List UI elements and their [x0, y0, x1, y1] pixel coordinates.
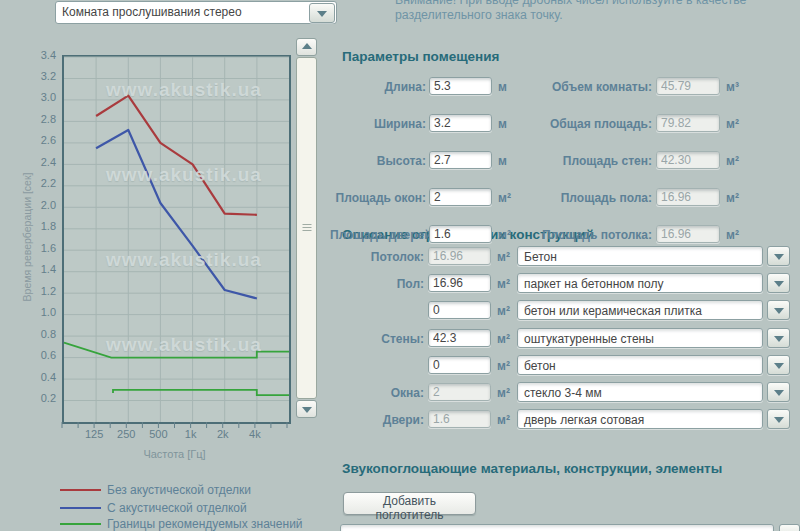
ceiling-area-input	[428, 247, 491, 265]
width-label: Ширина:	[330, 115, 426, 133]
width-unit: м	[498, 115, 507, 133]
floor-2-area-input[interactable]	[428, 301, 491, 319]
windows-area-unit: м²	[497, 384, 510, 402]
legend-label-with-treatment: С акустической отделкой	[107, 501, 247, 515]
ceiling-area-unit: м²	[497, 248, 510, 266]
doors-area-input	[428, 410, 491, 428]
chevron-down-icon	[774, 417, 784, 423]
x-axis-title: Частота [Гц]	[62, 448, 287, 460]
walls-area-input	[656, 151, 720, 169]
height-input[interactable]	[429, 151, 492, 169]
add-absorber-button[interactable]: Добавить поглотитель	[343, 492, 476, 515]
length-label: Длина:	[330, 78, 426, 96]
windows-area-input	[428, 383, 491, 401]
chevron-down-icon	[774, 281, 784, 287]
windows-area-unit: м²	[498, 189, 511, 207]
doors-area-unit: м²	[497, 411, 510, 429]
y-tick-label: 0.8	[28, 328, 56, 340]
floor-area-input[interactable]	[428, 274, 491, 292]
absorber-select[interactable]	[340, 524, 774, 531]
walls-area-input[interactable]	[428, 329, 491, 347]
arrow-down-icon	[302, 407, 312, 413]
length-unit: м	[498, 78, 507, 96]
walls-2-area-input[interactable]	[428, 356, 491, 374]
ceiling-label: Потолок:	[330, 248, 424, 266]
ceiling-area-unit: м²	[726, 226, 739, 244]
windows-material-dropdown-button[interactable]	[767, 382, 790, 402]
floor-2-material-dropdown-button[interactable]	[767, 300, 790, 320]
y-tick-label: 0.4	[28, 371, 56, 383]
ceiling-area-input	[656, 225, 720, 243]
walls-2-material-select[interactable]: бетон	[517, 355, 763, 375]
windows-area-label: Площадь окон:	[330, 189, 426, 207]
length-input[interactable]	[429, 77, 492, 95]
room-preset-select[interactable]: Комната прослушивания стерео	[55, 1, 337, 24]
chart-scroll-up-button[interactable]	[296, 38, 317, 56]
note-line-1: Внимание! При вводе дробных чисел исполь…	[395, 0, 777, 8]
floor-label: Пол:	[330, 275, 424, 293]
doors-label: Двери:	[330, 411, 424, 429]
floor-material-select[interactable]: паркет на бетонном полу	[517, 273, 763, 293]
y-tick-label: 2.4	[28, 156, 56, 168]
floor-material-dropdown-button[interactable]	[767, 273, 790, 293]
absorber-dropdown-button[interactable]	[779, 524, 800, 531]
y-tick-label: 1.6	[28, 242, 56, 254]
arrow-up-icon	[302, 43, 312, 49]
chevron-down-icon	[317, 11, 327, 17]
y-tick-label: 2.6	[28, 134, 56, 146]
chart-scroll-down-button[interactable]	[296, 400, 317, 418]
y-tick-label: 2.0	[28, 199, 56, 211]
walls-material-dropdown-button[interactable]	[767, 328, 790, 348]
chevron-down-icon	[774, 390, 784, 396]
chart-scrollbar-thumb[interactable]	[296, 57, 317, 399]
ceiling-area-label: Площадь потолка:	[535, 226, 652, 244]
height-label: Высота:	[330, 152, 426, 170]
width-input[interactable]	[429, 114, 492, 132]
walls-area-unit: м²	[726, 152, 739, 170]
total-area-label: Общая площадь:	[535, 115, 652, 133]
height-unit: м	[498, 152, 507, 170]
y-tick-label: 3.4	[28, 49, 56, 61]
doors-material-dropdown-button[interactable]	[767, 409, 790, 429]
y-tick-label: 1.2	[28, 285, 56, 297]
chevron-down-icon	[774, 363, 784, 369]
legend-label-no-treatment: Без акустической отделки	[107, 483, 251, 497]
section-title-room-params: Параметры помещения	[342, 49, 499, 64]
y-tick-label: 3.2	[28, 70, 56, 82]
ceiling-material-select[interactable]: Бетон	[517, 246, 763, 266]
chevron-down-icon	[774, 254, 784, 260]
y-axis-title: Время реверберации [сек]	[21, 173, 33, 302]
legend-line-with-treatment	[60, 507, 101, 509]
y-tick-label: 2.8	[28, 113, 56, 125]
floor-area-label: Площадь пола:	[535, 189, 652, 207]
note-line-2: разделительного знака точку.	[395, 8, 777, 23]
section-title-absorbers: Звукопоглощающие материалы, конструкции,…	[342, 461, 722, 476]
room-preset-dropdown-button[interactable]	[309, 3, 335, 23]
windows-material-select[interactable]: стекло 3-4 мм	[517, 382, 763, 402]
doors-material-select[interactable]: дверь легкая сотовая	[517, 409, 763, 429]
room-volume-unit: м³	[726, 78, 739, 96]
legend-line-recommended-bounds	[60, 523, 101, 525]
legend-line-no-treatment	[60, 489, 101, 491]
doors-area-input[interactable]	[429, 225, 492, 243]
walls-2-material-dropdown-button[interactable]	[767, 355, 790, 375]
floor-area-unit: м²	[497, 275, 510, 293]
walls-2-area-unit: м²	[497, 357, 510, 375]
total-area-input	[656, 114, 720, 132]
reverberation-chart	[64, 57, 289, 422]
walls-area-label: Площадь стен:	[535, 152, 652, 170]
decimal-separator-note: Внимание! При вводе дробных чисел исполь…	[395, 0, 777, 23]
windows-area-input[interactable]	[429, 188, 492, 206]
windows-label: Окна:	[330, 384, 424, 402]
ceiling-material-dropdown-button[interactable]	[767, 246, 790, 266]
reverberation-chart-plot: www.akustik.uawww.akustik.uawww.akustik.…	[62, 55, 291, 424]
doors-area-label: Площадь дверей:	[330, 226, 426, 244]
walls-label: Стены:	[330, 330, 424, 348]
y-tick-label: 3.0	[28, 91, 56, 103]
room-volume-label: Объем комнаты:	[535, 78, 652, 96]
walls-material-select[interactable]: оштукатуренные стены	[517, 328, 763, 348]
y-tick-label: 0.6	[28, 349, 56, 361]
scrollbar-grip-icon	[302, 224, 311, 232]
floor-2-material-select[interactable]: бетон или керамическая плитка	[517, 300, 763, 320]
total-area-unit: м²	[726, 115, 739, 133]
